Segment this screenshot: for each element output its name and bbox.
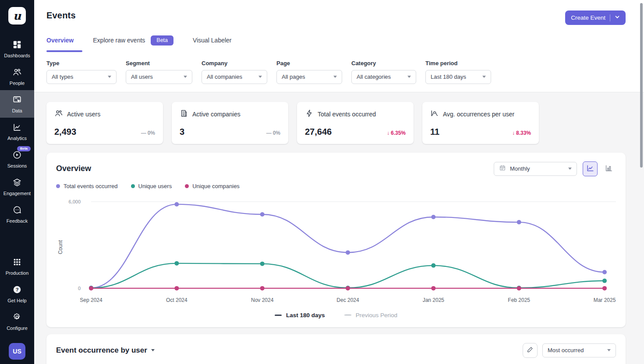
bell-curve-icon xyxy=(430,109,439,119)
tab-label: Overview xyxy=(46,37,74,44)
page-title: Events xyxy=(46,10,76,21)
stat-card-delta: — 0% xyxy=(266,130,280,136)
sidebar-item-sessions[interactable]: Beta Sessions xyxy=(0,145,34,173)
stat-card-value: 27,646 xyxy=(305,127,332,137)
sidebar-item-engagement[interactable]: Engagement xyxy=(0,173,34,200)
data-window-cursor-icon xyxy=(12,95,22,105)
legend-dot xyxy=(131,184,135,188)
bar-chart-toggle[interactable] xyxy=(601,161,616,176)
filter-page-select[interactable]: All pages xyxy=(276,70,342,84)
sidebar-item-label: Engagement xyxy=(4,191,31,196)
filter-category: Category All categories xyxy=(351,60,416,84)
legend-item-2[interactable]: Unique companies xyxy=(185,183,240,189)
solid-line-swatch xyxy=(275,315,282,316)
chat-bubble-icon xyxy=(12,205,22,216)
chevron-down-icon xyxy=(407,76,411,78)
chevron-down-icon xyxy=(184,76,187,78)
filter-segment-select[interactable]: All users xyxy=(126,70,192,84)
filter-value: All categories xyxy=(357,74,391,80)
sidebar-item-feedback[interactable]: Feedback xyxy=(0,200,34,228)
legend-label: Total events occurred xyxy=(64,183,118,189)
filter-value: Last 180 days xyxy=(431,74,466,80)
legend-previous-period[interactable]: Previous Period xyxy=(344,312,397,318)
event-occurrence-title: Event occurrence by user xyxy=(56,346,147,355)
filter-page: Page All pages xyxy=(276,60,342,84)
stat-cards-row: Active users 2,493 — 0% Active companies… xyxy=(46,102,626,144)
sidebar-item-configure[interactable]: Configure xyxy=(0,308,34,335)
sidebar-item-label: Production xyxy=(6,270,29,276)
tab-overview[interactable]: Overview xyxy=(46,35,74,52)
grid-dots-icon xyxy=(12,257,22,268)
tab-explore-raw-events[interactable]: Explore raw events Beta xyxy=(93,35,173,52)
filter-type-select[interactable]: All types xyxy=(46,70,117,84)
tab-label: Explore raw events xyxy=(93,37,145,44)
user-avatar[interactable]: US xyxy=(9,343,25,360)
sidebar-nav-main: Dashboards People Data Analytics Beta xyxy=(0,35,34,228)
filter-time-period-select[interactable]: Last 180 days xyxy=(425,70,491,84)
stat-card-label: Total events occurred xyxy=(318,111,376,118)
chevron-down-icon xyxy=(258,76,262,78)
filter-bar: Type All types Segment All users Company… xyxy=(46,60,626,92)
app-logo[interactable]: u xyxy=(8,7,26,24)
line-chart-toggle[interactable] xyxy=(583,161,598,176)
chevron-down-icon[interactable] xyxy=(615,14,620,21)
sidebar-item-label: Dashboards xyxy=(4,53,30,58)
filter-label: Company xyxy=(202,60,267,66)
bar-chart-icon xyxy=(605,164,613,174)
legend-dot xyxy=(185,184,189,188)
sort-order-value: Most occurred xyxy=(548,347,584,354)
stat-card-delta: ↓ 6.35% xyxy=(387,130,406,136)
sidebar-item-analytics[interactable]: Analytics xyxy=(0,118,34,145)
svg-text:Feb 2025: Feb 2025 xyxy=(508,297,530,303)
legend-item-1[interactable]: Unique users xyxy=(131,183,172,189)
legend-item-0[interactable]: Total events occurred xyxy=(56,183,118,189)
edit-button[interactable] xyxy=(523,343,538,358)
stat-card-value: 2,493 xyxy=(54,127,76,137)
event-occurrence-panel: Event occurrence by user Most occurred xyxy=(46,334,626,364)
filter-value: All companies xyxy=(207,74,242,80)
stat-card-delta: ↓ 8.33% xyxy=(512,130,531,136)
delta-direction-icon: ↓ xyxy=(512,130,515,136)
sidebar-item-data[interactable]: Data xyxy=(0,90,34,118)
chevron-down-icon xyxy=(108,76,111,78)
vertical-scrollbar[interactable] xyxy=(640,3,643,168)
sidebar-item-people[interactable]: People xyxy=(0,63,34,90)
people-icon xyxy=(12,67,22,78)
create-event-button[interactable]: Create Event xyxy=(565,10,626,25)
svg-text:6,000: 6,000 xyxy=(68,199,81,204)
sidebar-item-production[interactable]: Production xyxy=(0,252,34,280)
sidebar-item-label: Data xyxy=(12,108,22,113)
sidebar-item-label: Sessions xyxy=(7,163,27,168)
previous-period-label: Previous Period xyxy=(356,312,397,318)
filter-company-select[interactable]: All companies xyxy=(202,70,267,84)
sidebar-item-dashboards[interactable]: Dashboards xyxy=(0,35,34,63)
tab-visual-labeler[interactable]: Visual Labeler xyxy=(193,35,231,52)
delta-direction-icon: — xyxy=(141,130,146,136)
dashed-line-swatch xyxy=(344,315,351,315)
delta-direction-icon: ↓ xyxy=(387,130,389,136)
overview-title: Overview xyxy=(56,164,91,173)
lightning-icon xyxy=(305,109,314,119)
stat-card-label: Active users xyxy=(67,111,100,118)
filter-category-select[interactable]: All categories xyxy=(351,70,416,84)
overview-line-chart[interactable]: 06,000CountSep 2024Oct 2024Nov 2024Dec 2… xyxy=(56,196,616,305)
overview-panel: Overview Monthly Tot xyxy=(46,153,626,327)
chevron-down-icon xyxy=(607,349,611,351)
sidebar-item-label: Feedback xyxy=(7,218,28,224)
chevron-down-icon xyxy=(151,349,155,351)
filter-value: All pages xyxy=(282,74,305,80)
tab-label: Visual Labeler xyxy=(193,37,231,44)
stat-card-value: 3 xyxy=(180,127,184,137)
chevron-down-icon xyxy=(333,76,337,78)
chevron-down-icon xyxy=(482,76,486,78)
sidebar-item-get-help[interactable]: ? Get Help xyxy=(0,280,34,308)
svg-text:Sep 2024: Sep 2024 xyxy=(80,297,103,303)
legend-current-period[interactable]: Last 180 days xyxy=(275,312,325,318)
legend-dot xyxy=(56,184,60,188)
sidebar-item-label: Get Help xyxy=(7,298,26,303)
page-header: Events Create Event Overview Explore raw… xyxy=(34,0,644,92)
sort-order-select[interactable]: Most occurred xyxy=(542,343,616,357)
granularity-select[interactable]: Monthly xyxy=(494,162,577,176)
delta-value: 0% xyxy=(273,130,280,136)
event-occurrence-title-dropdown[interactable]: Event occurrence by user xyxy=(56,346,155,355)
